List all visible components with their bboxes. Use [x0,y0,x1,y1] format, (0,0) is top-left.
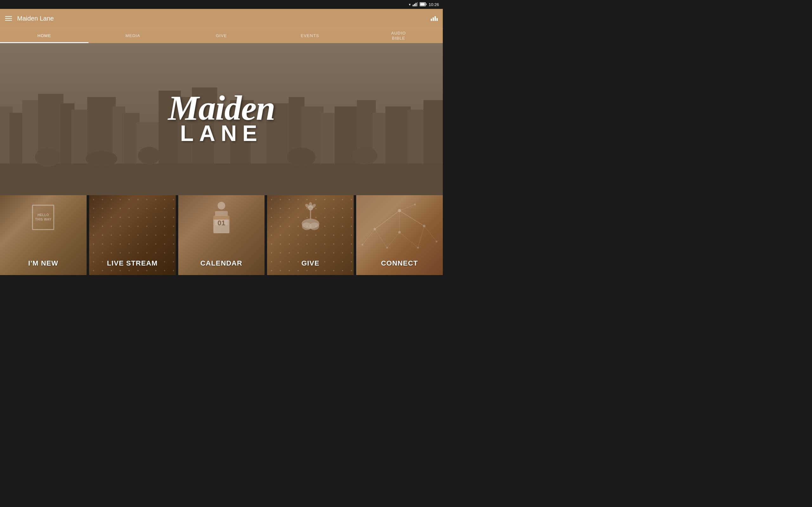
card-connect[interactable]: CONNECT [356,195,443,275]
svg-point-41 [217,202,225,210]
svg-text:01: 01 [217,219,225,227]
svg-point-67 [398,231,401,233]
chart-bar-1 [431,19,432,21]
svg-line-55 [375,211,400,229]
wifi-icon: ▾ [409,3,411,7]
svg-line-57 [424,226,437,241]
tab-audio-bible[interactable]: AUDIOBIBLE [354,28,443,43]
nav-tabs: HOME MEDIA GIVE EVENTS AUDIOBIBLE [0,28,443,43]
card-calendar[interactable]: 01 CALENDAR [178,195,265,275]
card-give-label: GIVE [301,259,319,268]
hero-banner: Maiden LANE [0,43,443,195]
svg-point-72 [414,204,416,205]
svg-point-70 [362,244,363,245]
svg-rect-6 [420,3,425,5]
card-calendar-icon: 01 [209,200,234,234]
app-bar: Maiden Lane [0,9,443,28]
card-connect-label: CONNECT [381,259,418,268]
chart-bar-3 [435,16,436,21]
cards-section: HELLOTHIS WAY I'M NEW LIVE STREAM 01 CAL [0,195,443,275]
svg-line-63 [387,232,400,248]
svg-line-56 [400,205,415,210]
svg-line-54 [400,211,424,226]
tab-home[interactable]: HOME [0,28,89,43]
svg-rect-2 [415,3,416,6]
card-im-new[interactable]: HELLOTHIS WAY I'M NEW [0,195,87,275]
chart-bar-4 [437,18,438,21]
tab-events[interactable]: EVENTS [266,28,354,43]
card-calendar-label: CALENDAR [200,259,242,268]
card-livestream-label: LIVE STREAM [107,259,158,268]
card-give-icon [298,202,323,234]
signal-icon [413,2,418,7]
app-title: Maiden Lane [17,15,426,22]
svg-rect-0 [413,5,414,6]
card-live-stream[interactable]: LIVE STREAM [89,195,176,275]
svg-rect-5 [426,3,426,5]
svg-point-68 [436,240,438,242]
hero-maiden-text: Maiden [168,93,275,124]
hero-text: Maiden LANE [168,93,275,146]
card-give[interactable]: GIVE [267,195,354,275]
svg-rect-3 [417,2,418,6]
tab-give[interactable]: GIVE [177,28,265,43]
svg-point-66 [374,228,376,230]
time-display: 10:26 [428,2,439,7]
battery-icon [420,2,426,7]
chart-bar-2 [433,17,434,21]
status-icons: ▾ 10:26 [409,2,439,7]
card-new-decoration: HELLOTHIS WAY [27,202,59,233]
tab-media[interactable]: MEDIA [89,28,177,43]
status-bar: ▾ 10:26 [0,0,443,9]
svg-line-60 [375,229,387,247]
menu-button[interactable] [5,16,12,20]
svg-line-59 [362,229,375,245]
svg-rect-1 [414,4,415,6]
svg-point-64 [398,209,401,212]
svg-point-69 [417,247,419,249]
svg-point-53 [310,222,319,230]
card-new-label: I'M NEW [28,259,58,268]
hero-lane-text: LANE [168,121,275,146]
svg-rect-50 [310,210,311,219]
chart-icon-button[interactable] [431,16,438,21]
svg-line-62 [400,232,418,248]
svg-point-65 [423,225,426,228]
svg-point-71 [386,247,388,249]
svg-line-58 [418,226,424,247]
